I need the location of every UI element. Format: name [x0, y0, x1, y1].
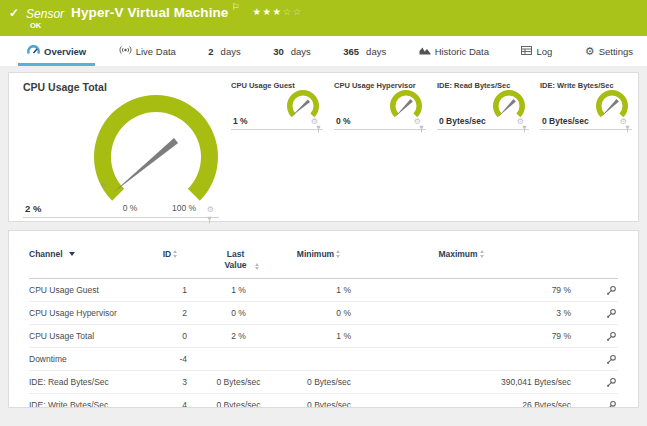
channel-name[interactable]: IDE: Write Bytes/Sec	[29, 400, 149, 408]
tab-historic-data[interactable]: Historic Data	[419, 36, 489, 66]
channel-last-value: 2 %	[191, 331, 286, 341]
tab-label: Settings	[599, 46, 633, 57]
small-gauge-cell: CPU Usage Hypervisor0 %⚙	[334, 81, 426, 130]
small-gauge-cell: IDE: Write Bytes/Sec0 Bytes/sec⚙	[540, 81, 632, 130]
sensor-tab-bar: Overview Live Data 2days 30days 365days …	[0, 36, 647, 66]
overview-content: CPU Usage Total % 0 % 100 % 2 % ⚙ CPU Us…	[0, 66, 647, 408]
sort-desc-icon	[69, 252, 75, 256]
tab-log[interactable]: Log	[521, 36, 552, 66]
channel-id: 1	[149, 285, 191, 295]
channel-maximum: 79 %	[351, 285, 571, 295]
channel-last-value: 0 %	[191, 308, 286, 318]
channel-minimum: 0 Bytes/sec	[286, 377, 351, 387]
channel-maximum: 79 %	[351, 331, 571, 341]
tab-label: Historic Data	[435, 46, 489, 57]
column-header-maximum[interactable]: Maximum	[351, 249, 571, 259]
tab-live-data[interactable]: Live Data	[119, 36, 176, 66]
gear-icon[interactable]: ⚙	[207, 206, 214, 214]
channel-maximum: 3 %	[351, 308, 571, 318]
sort-icon	[336, 250, 340, 258]
channel-minimum: 0 %	[286, 308, 351, 318]
small-gauge-cell: CPU Usage Guest1 %⚙	[231, 81, 323, 130]
channel-maximum: 26 Bytes/sec	[351, 400, 571, 408]
tab-overview[interactable]: Overview	[27, 36, 86, 66]
channel-id: 3	[149, 377, 191, 387]
channel-maximum: 390,041 Bytes/sec	[351, 377, 571, 387]
tab-30-days[interactable]: 30days	[273, 36, 311, 66]
tab-label: Live Data	[136, 46, 176, 57]
log-table-icon	[521, 46, 532, 57]
gauges-panel: CPU Usage Total % 0 % 100 % 2 % ⚙ CPU Us…	[8, 72, 639, 222]
main-gauge-cell: CPU Usage Total % 0 % 100 % 2 % ⚙	[23, 81, 219, 218]
star-filled-icon[interactable]: ★	[263, 6, 273, 17]
channel-id: -4	[149, 354, 191, 364]
channel-settings-button[interactable]	[606, 331, 618, 342]
table-row: CPU Usage Total02 %1 %79 %	[29, 325, 618, 348]
channel-settings-button[interactable]	[606, 308, 618, 319]
table-row: CPU Usage Guest11 %1 %79 %	[29, 279, 618, 302]
gauge-scale-min: 0 %	[110, 203, 150, 213]
table-row: IDE: Write Bytes/Sec40 Bytes/sec0 Bytes/…	[29, 394, 618, 408]
tab-number: 30	[273, 46, 284, 57]
tab-label: Log	[536, 46, 552, 57]
sort-icon	[480, 250, 484, 258]
status-ok-check-icon: ✓	[9, 6, 19, 20]
tab-settings[interactable]: ⚙ Settings	[585, 36, 633, 66]
sort-icon	[173, 250, 177, 258]
channel-settings-button[interactable]	[606, 285, 618, 296]
sort-icon	[255, 263, 259, 271]
channel-name[interactable]: IDE: Read Bytes/Sec	[29, 377, 149, 387]
channel-name[interactable]: CPU Usage Guest	[29, 285, 149, 295]
tab-label: days	[221, 46, 241, 57]
channel-name[interactable]: CPU Usage Hypervisor	[29, 308, 149, 318]
column-header-channel[interactable]: Channel	[29, 249, 149, 259]
gauge-value: 0 Bytes/sec	[542, 116, 589, 126]
live-data-icon	[119, 45, 132, 57]
sensor-status-bar: ✓ Sensor Hyper-V Virtual Machine ⚐ ★★★☆☆…	[0, 0, 647, 36]
channel-name[interactable]: Downtime	[29, 354, 149, 364]
channel-id: 4	[149, 400, 191, 408]
gear-icon: ⚙	[585, 46, 595, 56]
status-badge: OK	[30, 21, 41, 30]
channel-id: 0	[149, 331, 191, 341]
column-header-minimum[interactable]: Minimum	[286, 249, 351, 259]
table-header-row: Channel ID Last Value Minimum Maximum	[29, 249, 618, 279]
tab-number: 2	[208, 46, 213, 57]
channel-last-value: 0 Bytes/sec	[191, 400, 286, 408]
sensor-title: Hyper-V Virtual Machine	[71, 5, 228, 20]
flag-icon[interactable]: ⚐	[231, 2, 239, 12]
tab-label: days	[366, 46, 386, 57]
gauge-value: 0 Bytes/sec	[439, 116, 486, 126]
table-row: CPU Usage Hypervisor20 %0 %3 %	[29, 302, 618, 325]
gauge-value: 2 %	[25, 203, 41, 214]
star-filled-icon[interactable]: ★	[273, 6, 283, 17]
tab-2-days[interactable]: 2days	[208, 36, 240, 66]
gauge-scale-max: 100 %	[164, 203, 204, 213]
channel-settings-button[interactable]	[606, 377, 618, 388]
cpu-usage-total-gauge: %	[23, 91, 219, 205]
channel-minimum: 0 Bytes/sec	[286, 400, 351, 408]
channel-settings-button[interactable]	[606, 354, 618, 365]
channel-last-value: 1 %	[191, 285, 286, 295]
tab-label: Overview	[44, 46, 86, 57]
channel-settings-button[interactable]	[606, 400, 618, 408]
channels-table-panel: Channel ID Last Value Minimum Maximum CP…	[8, 230, 639, 408]
channel-name[interactable]: CPU Usage Total	[29, 331, 149, 341]
column-header-id[interactable]: ID	[149, 249, 191, 259]
channel-minimum: 1 %	[286, 331, 351, 341]
tab-365-days[interactable]: 365days	[343, 36, 386, 66]
channel-id: 2	[149, 308, 191, 318]
area-chart-icon	[419, 46, 431, 57]
gauge-icon	[27, 45, 40, 57]
star-empty-icon[interactable]: ☆	[283, 6, 293, 17]
table-row: IDE: Read Bytes/Sec30 Bytes/sec0 Bytes/s…	[29, 371, 618, 394]
channel-last-value: 0 Bytes/sec	[191, 377, 286, 387]
priority-stars[interactable]: ★★★☆☆	[253, 6, 303, 17]
star-empty-icon[interactable]: ☆	[293, 6, 303, 17]
gauge-unit-label: %	[101, 182, 106, 188]
star-filled-icon[interactable]: ★	[253, 6, 263, 17]
gauge-value: 1 %	[233, 116, 248, 126]
column-header-last-value[interactable]: Last Value	[191, 249, 286, 271]
gauge-value: 0 %	[336, 116, 351, 126]
channel-minimum: 1 %	[286, 285, 351, 295]
